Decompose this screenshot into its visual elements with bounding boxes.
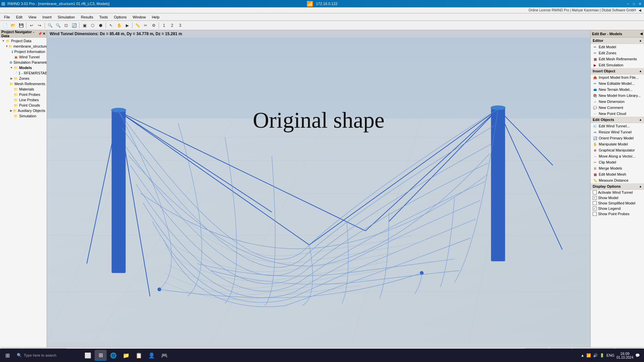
rp-merge-models[interactable]: ⊞ Merge Models bbox=[591, 165, 644, 171]
search-bar[interactable]: 🔍 Type here to search bbox=[14, 350, 81, 361]
tree-item-simulation[interactable]: 📁 Simulation bbox=[0, 113, 47, 119]
edge-taskbar-btn[interactable]: 🌐 bbox=[107, 350, 119, 361]
activate-wind-tunnel-checkbox[interactable] bbox=[593, 190, 597, 194]
toolbar-wire[interactable]: ⬡ bbox=[89, 22, 96, 29]
maximize-button[interactable]: □ bbox=[631, 1, 637, 6]
scene-svg[interactable]: Original shape bbox=[47, 30, 590, 347]
rp-show-simplified[interactable]: Show Simplified Model bbox=[591, 200, 644, 206]
panel-pin-btn[interactable]: 📌 bbox=[38, 32, 42, 36]
toolbar-undo[interactable]: ↩ bbox=[28, 22, 35, 29]
explorer-taskbar-btn[interactable]: 📁 bbox=[120, 350, 132, 361]
toolbar-zoom-all[interactable]: ⊡ bbox=[62, 22, 70, 29]
tree-item-line-probes[interactable]: 📁 Line Probes bbox=[0, 97, 47, 103]
tray-up-arrow[interactable]: ▲ bbox=[581, 353, 584, 357]
taskview-button[interactable]: ⬜ bbox=[82, 350, 94, 361]
toolbar-new[interactable]: 📄 bbox=[1, 22, 9, 29]
toolbar-move[interactable]: ✋ bbox=[115, 22, 123, 29]
toolbar-open[interactable]: 📂 bbox=[9, 22, 17, 29]
menu-item-tools[interactable]: Tools bbox=[97, 14, 111, 20]
rp-new-terrain[interactable]: 🏔 New Terrain Model... bbox=[591, 86, 644, 93]
rp-new-point-cloud[interactable]: ⋯ New Point Cloud bbox=[591, 111, 644, 117]
show-legend-checkbox[interactable] bbox=[593, 206, 597, 210]
rp-edit-mesh[interactable]: ▦ Edit Mesh Refinements bbox=[591, 56, 644, 62]
rp-section-edit-objects[interactable]: Edit Objects ▲ bbox=[591, 117, 644, 123]
menu-item-view[interactable]: View bbox=[26, 14, 39, 20]
toolbar-sim[interactable]: ▶ bbox=[123, 22, 131, 29]
viewport[interactable]: Wind Tunnel Dimensions: Dx = 85.48 m, Dy… bbox=[47, 30, 590, 347]
toolbar-solid[interactable]: ⬢ bbox=[97, 22, 104, 29]
rp-edit-sim[interactable]: ▶ Edit Simulation bbox=[591, 62, 644, 68]
tree-item-wind-tunnel[interactable]: ▣ Wind Tunnel bbox=[0, 54, 47, 60]
tree-item-membrane[interactable]: ▼ 📁 membrane_structure1 bbox=[0, 44, 47, 49]
show-point-probes-checkbox[interactable] bbox=[593, 212, 597, 216]
rp-import-file[interactable]: 📥 Import Model from File... bbox=[591, 74, 644, 80]
rp-show-model[interactable]: Show Model bbox=[591, 195, 644, 200]
menu-item-results[interactable]: Results bbox=[78, 14, 96, 20]
rp-edit-wind-tunnel[interactable]: 💨 Edit Wind Tunnel... bbox=[591, 123, 644, 129]
tree-item-project-data[interactable]: ▼ 📁 Project Data bbox=[0, 38, 47, 44]
rp-manipulate-model[interactable]: ✋ Manipulate Model bbox=[591, 141, 644, 147]
toolbar-zoom-out[interactable]: 🔍 bbox=[54, 22, 62, 29]
tree-item-zones[interactable]: ▶ 📁 Zones bbox=[0, 76, 47, 81]
rp-measure-distance[interactable]: 📏 Measure Distance bbox=[591, 177, 644, 183]
rp-new-editable[interactable]: ✏ New Editable Model... bbox=[591, 80, 644, 86]
menu-item-help[interactable]: Help bbox=[149, 14, 162, 20]
toolbar-options[interactable]: ⚙ bbox=[150, 22, 157, 29]
rp-edit-model[interactable]: ✏ Edit Model bbox=[591, 44, 644, 50]
menu-item-options[interactable]: Options bbox=[111, 14, 129, 20]
rp-orient-model[interactable]: 🔄 Orient Primary Model bbox=[591, 135, 644, 141]
app2-btn[interactable]: 👤 bbox=[146, 350, 158, 361]
menu-item-insert[interactable]: Insert bbox=[40, 14, 54, 20]
menu-item-file[interactable]: File bbox=[1, 14, 13, 20]
tree-item-project-info[interactable]: ℹ Project Information bbox=[0, 49, 47, 54]
rp-resize-wind-tunnel[interactable]: ⇔ Resize Wind Tunnel bbox=[591, 129, 644, 135]
toolbar-view3[interactable]: 3 bbox=[176, 22, 184, 29]
toolbar-redo[interactable]: ↪ bbox=[36, 22, 43, 29]
toolbar-cut[interactable]: ✂ bbox=[142, 22, 149, 29]
notification-icon[interactable]: 💬 bbox=[635, 353, 640, 358]
rp-show-point-probes[interactable]: Show Point Probes bbox=[591, 211, 644, 217]
app3-btn[interactable]: 🎮 bbox=[158, 350, 170, 361]
tree-item-materials[interactable]: 📁 Materials bbox=[0, 86, 47, 92]
app1-btn[interactable]: 📋 bbox=[133, 350, 145, 361]
rp-edit-model-mesh[interactable]: ▦ Edit Model Mesh bbox=[591, 171, 644, 177]
rp-show-legend[interactable]: Show Legend bbox=[591, 206, 644, 211]
toolbar-view2[interactable]: 2 bbox=[168, 22, 176, 29]
rp-section-insert[interactable]: Insert Object ▲ bbox=[591, 68, 644, 74]
minimize-button[interactable]: ─ bbox=[625, 1, 631, 6]
rp-edit-zones[interactable]: ✏ Edit Zones bbox=[591, 50, 644, 56]
toolbar-measure[interactable]: 📏 bbox=[134, 22, 141, 29]
rp-section-editor[interactable]: Editor ▲ bbox=[591, 38, 644, 44]
tree-item-model-1[interactable]: 📄 1 - RFEM/RSTAB Mo... bbox=[0, 70, 47, 76]
rp-clip-model[interactable]: ✂ Clip Model bbox=[591, 159, 644, 165]
tree-item-aux-objects[interactable]: ▶ 📁 Auxiliary Objects bbox=[0, 108, 47, 113]
rp-pin-btn[interactable]: ◀ bbox=[640, 32, 643, 36]
tree-item-sim-params[interactable]: ⚙ Simulation Parameters bbox=[0, 60, 47, 65]
panel-close-btn[interactable]: ✕ bbox=[43, 32, 45, 36]
start-button[interactable]: ⊞ bbox=[1, 350, 13, 361]
rp-section-display[interactable]: Display Options ▲ bbox=[591, 183, 644, 190]
rp-move-vector[interactable]: → Move Along a Vector... bbox=[591, 153, 644, 159]
toolbar-render[interactable]: ▣ bbox=[81, 22, 88, 29]
license-collapse-btn[interactable]: ◀ bbox=[639, 8, 641, 12]
toolbar-save[interactable]: 💾 bbox=[17, 22, 25, 29]
menu-item-simulation[interactable]: Simulation bbox=[55, 14, 77, 20]
show-model-checkbox[interactable] bbox=[593, 196, 597, 200]
rp-new-dimension[interactable]: ↔ New Dimension bbox=[591, 99, 644, 105]
toolbar-view1[interactable]: 1 bbox=[160, 22, 168, 29]
tree-item-point-probes[interactable]: 📁 Point Probes bbox=[0, 92, 47, 97]
rp-new-library[interactable]: 📚 New Model from Library... bbox=[591, 93, 644, 99]
rp-activate-wind-tunnel[interactable]: Activate Wind Tunnel bbox=[591, 190, 644, 195]
rwind-taskbar-btn[interactable]: ⊞ bbox=[95, 350, 107, 361]
menu-item-window[interactable]: Window bbox=[130, 14, 149, 20]
tree-item-point-clouds[interactable]: 📁 Point Clouds bbox=[0, 103, 47, 108]
rp-new-comment[interactable]: 💬 New Comment bbox=[591, 105, 644, 111]
rp-graphical-manip[interactable]: ⊕ Graphical Manipulator bbox=[591, 147, 644, 153]
tree-item-models[interactable]: ▼ 📁 Models bbox=[0, 65, 47, 70]
toolbar-select[interactable]: ↖ bbox=[107, 22, 115, 29]
tree-item-mesh-ref[interactable]: 📁 Mesh Refinements bbox=[0, 81, 47, 86]
toolbar-rotate[interactable]: 🔄 bbox=[70, 22, 78, 29]
show-simplified-checkbox[interactable] bbox=[593, 201, 597, 205]
toolbar-zoom-in[interactable]: 🔍 bbox=[46, 22, 54, 29]
close-button[interactable]: ✕ bbox=[637, 1, 643, 6]
